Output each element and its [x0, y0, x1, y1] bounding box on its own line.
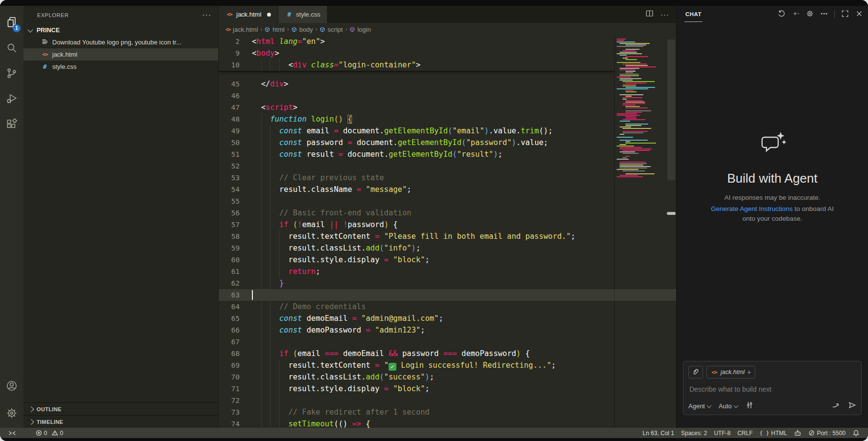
- context-chip-jack-html[interactable]: <> jack.html +: [706, 366, 755, 378]
- minimap-mark: [617, 159, 629, 160]
- code-line-70[interactable]: 70result.classList.add("success");: [219, 371, 676, 383]
- code-line-64[interactable]: 64// Demo credentials: [219, 301, 676, 313]
- sticky-scroll[interactable]: 2<html lang="en">9<body>10<div class="lo…: [219, 36, 615, 72]
- breadcrumb-html[interactable]: html: [265, 26, 285, 33]
- remote-indicator[interactable]: [5, 429, 20, 437]
- search-activity-button[interactable]: [0, 36, 23, 62]
- code-lines[interactable]: 45</div>4647<script>48function login() {…: [219, 72, 676, 428]
- code-line-47[interactable]: 47<script>: [219, 102, 676, 113]
- code-line-48[interactable]: 48function login() {: [219, 113, 676, 125]
- code-line-71[interactable]: 71result.style.display = "block";: [219, 383, 676, 395]
- robot-icon: [794, 429, 802, 437]
- code-line-52[interactable]: 52: [219, 160, 676, 172]
- code-line-49[interactable]: 49const email = document.getElementById(…: [219, 125, 676, 137]
- source-control-activity-button[interactable]: [0, 62, 23, 87]
- code-line-57[interactable]: 57if (!email || !password) {: [219, 219, 676, 231]
- scrollbar-slider[interactable]: [667, 40, 675, 180]
- cursor-position[interactable]: Ln 63, Col 1: [639, 430, 678, 437]
- eol-sequence[interactable]: CRLF: [734, 430, 756, 437]
- minimap-mark: [620, 126, 631, 127]
- code-line-66[interactable]: 66const demoPassword = "admin123";: [219, 324, 676, 336]
- minimap-mark: [625, 118, 637, 119]
- chat-input-placeholder[interactable]: Describe what to build next: [689, 385, 855, 393]
- send-icon[interactable]: [848, 401, 856, 411]
- editor-scrollbar[interactable]: [666, 36, 676, 428]
- language-mode[interactable]: { } HTML: [756, 430, 791, 437]
- code-line-53[interactable]: 53// Clear previous state: [219, 172, 676, 184]
- code-line-56[interactable]: 56// Basic front-end validation: [219, 207, 676, 219]
- minimap-mark: [625, 83, 646, 84]
- code-line-61[interactable]: 61return;: [219, 266, 676, 277]
- extensions-activity-button[interactable]: [0, 112, 23, 138]
- code-line-62[interactable]: 62}: [219, 277, 676, 289]
- tab-style-css[interactable]: # style.css: [278, 6, 328, 23]
- forward-icon[interactable]: [832, 401, 840, 411]
- minimap-mark: [617, 115, 640, 116]
- live-server-port[interactable]: Port : 5500: [805, 430, 849, 437]
- folder-prince[interactable]: PRINCE: [23, 24, 218, 36]
- code-line-67[interactable]: 67: [219, 336, 676, 348]
- code-line-46[interactable]: 46: [219, 90, 676, 102]
- minimap[interactable]: [614, 36, 666, 428]
- attach-context-button[interactable]: [688, 366, 703, 378]
- breadcrumb-file[interactable]: <> jack.html: [226, 26, 258, 33]
- add-context-icon[interactable]: +: [747, 368, 751, 376]
- code-line-50[interactable]: 50const password = document.getElementBy…: [219, 137, 676, 148]
- editor-more-actions[interactable]: ···: [661, 10, 669, 19]
- code-line-69[interactable]: 69result.textContent = "✓ Login successf…: [219, 359, 676, 371]
- minimap-mark: [617, 169, 639, 170]
- minimap-mark: [625, 59, 637, 60]
- minimap-mark: [622, 97, 642, 98]
- minimap-mark: [625, 102, 645, 103]
- tab-jack-html[interactable]: <> jack.html: [219, 6, 278, 23]
- encoding[interactable]: UTF-8: [710, 430, 734, 437]
- file-download-youtube-logo[interactable]: Download Youtube logo png, youtube icon …: [23, 36, 218, 48]
- code-line-63[interactable]: 63: [219, 289, 676, 301]
- outline-section[interactable]: OUTLINE: [23, 402, 218, 415]
- indentation[interactable]: Spaces: 2: [678, 430, 710, 437]
- modified-dot-icon[interactable]: [267, 13, 271, 17]
- minimap-mark: [622, 157, 627, 158]
- notifications-bell[interactable]: [849, 429, 863, 437]
- generate-agent-instructions-link[interactable]: Generate Agent Instructions: [711, 205, 792, 212]
- settings-button[interactable]: [0, 401, 23, 427]
- run-debug-activity-button[interactable]: [0, 87, 23, 112]
- split-editor-icon[interactable]: [645, 9, 654, 20]
- problems-indicator[interactable]: 0 0: [32, 430, 66, 437]
- code-line-10[interactable]: 10<div class="login-container">: [219, 59, 615, 71]
- model-picker[interactable]: Auto: [719, 402, 738, 410]
- code-line-45[interactable]: 45</div>: [219, 78, 676, 90]
- code-line-9[interactable]: 9<body>: [219, 47, 615, 59]
- file-jack-html[interactable]: <> jack.html: [23, 48, 218, 61]
- copilot-button[interactable]: [790, 429, 805, 437]
- code-line-72[interactable]: 72: [219, 395, 676, 406]
- minimap-mark: [622, 63, 647, 64]
- breadcrumb-script[interactable]: script: [320, 26, 343, 33]
- chat-input-box[interactable]: <> jack.html + Describe what to build ne…: [683, 361, 862, 415]
- tools-icon[interactable]: [745, 401, 754, 411]
- code-line-74[interactable]: 74setTimeout(() => {: [219, 418, 676, 428]
- mode-picker[interactable]: Agent: [688, 402, 711, 410]
- code-line-60[interactable]: 60result.style.display = "block";: [219, 254, 676, 266]
- code-line-58[interactable]: 58result.textContent = "Please fill in b…: [219, 231, 676, 242]
- sash-handle[interactable]: [667, 212, 676, 215]
- code-editor[interactable]: 2<html lang="en">9<body>10<div class="lo…: [219, 36, 676, 428]
- code-line-73[interactable]: 73// Fake redirect after 1 second: [219, 406, 676, 418]
- account-button[interactable]: [0, 374, 23, 399]
- explorer-more-actions[interactable]: ···: [202, 11, 211, 20]
- code-line-65[interactable]: 65const demoEmail = "admin@gmail.com";: [219, 313, 676, 324]
- file-style-css[interactable]: # style.css: [23, 61, 218, 73]
- status-bar: 0 0 Ln 63, Col 1 Spaces: 2 UTF-8 CRLF { …: [0, 428, 868, 438]
- code-line-51[interactable]: 51const result = document.getElementById…: [219, 148, 676, 160]
- code-line-59[interactable]: 59result.classList.add("info");: [219, 242, 676, 254]
- code-line-2[interactable]: 2<html lang="en">: [219, 36, 615, 47]
- explorer-activity-button[interactable]: 1: [0, 11, 23, 36]
- timeline-section[interactable]: TIMELINE: [23, 415, 218, 428]
- minimap-mark: [625, 66, 656, 67]
- breadcrumb-body[interactable]: body: [291, 26, 313, 33]
- code-line-54[interactable]: 54result.className = "message";: [219, 184, 676, 195]
- code-line-55[interactable]: 55: [219, 195, 676, 207]
- breadcrumb-login[interactable]: login: [350, 26, 371, 33]
- code-line-68[interactable]: 68if (email === demoEmail && password ==…: [219, 348, 676, 359]
- minimap-mark: [617, 146, 634, 147]
